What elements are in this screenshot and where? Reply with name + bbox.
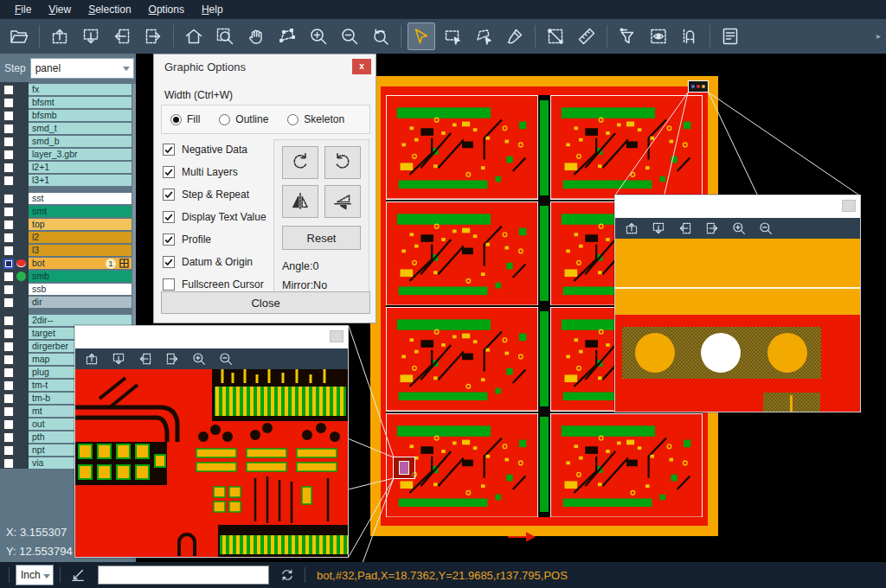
window-button[interactable] <box>330 330 343 342</box>
layer-active-indicator[interactable] <box>14 193 29 204</box>
option-datum-origin[interactable]: Datum & Origin <box>163 255 266 269</box>
layer-active-indicator[interactable] <box>14 431 29 443</box>
layer-visibility-checkbox[interactable] <box>3 85 14 95</box>
layer-active-indicator[interactable] <box>14 232 29 243</box>
layer-active-indicator[interactable] <box>14 457 29 469</box>
zoom-polygon-button[interactable] <box>273 22 301 50</box>
radio-skeleton[interactable]: Skeleton <box>287 113 344 125</box>
layer-visibility-checkbox[interactable] <box>3 207 14 217</box>
layer-row-top[interactable]: top <box>0 219 136 230</box>
zoom-out-button[interactable] <box>336 22 363 50</box>
layer-visibility-checkbox[interactable] <box>3 368 14 378</box>
layer-active-indicator[interactable] <box>14 297 29 308</box>
zoom-source-marker-top-right[interactable] <box>688 80 709 93</box>
rect-select-button[interactable] <box>439 22 466 50</box>
grid-icon[interactable] <box>119 259 129 268</box>
layer-visibility-checkbox[interactable] <box>3 316 14 326</box>
select-cursor-button[interactable] <box>408 22 435 50</box>
pcb-board-instance[interactable] <box>386 201 538 306</box>
toolbar-overflow-chevron-icon[interactable]: ▸ <box>876 31 881 41</box>
open-file-button[interactable] <box>5 22 33 50</box>
measure-button[interactable] <box>542 22 569 50</box>
layer-active-indicator[interactable] <box>14 206 29 217</box>
layer-active-indicator[interactable] <box>14 136 29 147</box>
layer-active-indicator[interactable] <box>14 110 29 121</box>
flip-horizontal-button[interactable] <box>282 185 318 218</box>
pcb-board-instance[interactable] <box>386 307 538 412</box>
move-right-button[interactable] <box>139 22 167 50</box>
layer-row-l3+1[interactable]: l3+1 <box>0 175 136 186</box>
layer-visibility-checkbox[interactable] <box>3 124 14 134</box>
filter-button[interactable] <box>613 22 641 50</box>
layer-active-indicator[interactable] <box>14 149 29 160</box>
move-left-button[interactable] <box>677 220 694 237</box>
move-left-button[interactable] <box>108 22 136 50</box>
layer-visibility-checkbox[interactable] <box>3 176 14 186</box>
layer-visibility-checkbox[interactable] <box>3 137 14 147</box>
checkbox[interactable] <box>163 211 175 223</box>
checkbox[interactable] <box>163 144 175 156</box>
layer-row-dir[interactable]: dir <box>0 297 136 308</box>
layer-row-smd_b[interactable]: smd_b <box>0 136 136 147</box>
pcb-board-instance[interactable] <box>550 413 703 518</box>
layer-visibility-checkbox[interactable] <box>3 432 14 443</box>
zoom-area-button[interactable] <box>211 22 239 50</box>
option-fullscreen-cursor[interactable]: Fullscreen Cursor <box>163 278 266 291</box>
zoom-in-button[interactable] <box>730 220 748 237</box>
menu-file[interactable]: File <box>7 2 39 17</box>
layer-row-ssb[interactable]: ssb <box>0 284 136 295</box>
command-input[interactable] <box>98 566 269 585</box>
layer-visibility-checkbox[interactable] <box>3 342 14 352</box>
pcb-board-instance[interactable] <box>550 95 703 200</box>
layer-active-indicator[interactable] <box>14 341 29 352</box>
rotate-cw-button[interactable] <box>282 146 318 179</box>
checkbox[interactable] <box>163 166 175 178</box>
magnifier-window-left[interactable] <box>74 325 349 558</box>
zoom-out-button[interactable] <box>217 350 234 368</box>
layer-active-indicator[interactable] <box>14 284 29 295</box>
ruler-button[interactable] <box>573 22 600 50</box>
move-down-button[interactable] <box>110 350 127 368</box>
close-button[interactable]: Close <box>161 291 370 314</box>
flip-vertical-button[interactable] <box>324 185 361 218</box>
checkbox[interactable] <box>163 233 175 246</box>
option-profile[interactable]: Profile <box>163 233 266 246</box>
layer-active-indicator[interactable] <box>14 162 29 173</box>
layer-visibility-checkbox[interactable] <box>3 163 14 173</box>
pan-hand-button[interactable] <box>242 22 270 50</box>
layer-active-indicator[interactable] <box>14 175 29 186</box>
layer-row-bot[interactable]: bot1 <box>0 258 136 269</box>
brush-button[interactable] <box>501 22 529 50</box>
layer-visibility-checkbox[interactable] <box>3 233 14 243</box>
layer-active-indicator[interactable] <box>14 367 29 378</box>
move-right-button[interactable] <box>703 220 721 237</box>
layer-visibility-checkbox[interactable] <box>3 246 14 256</box>
window-button[interactable] <box>842 200 856 212</box>
checkbox[interactable] <box>163 189 175 201</box>
layer-active-indicator[interactable] <box>14 97 29 108</box>
layer-active-indicator[interactable] <box>14 271 29 282</box>
layer-row-smt[interactable]: smt <box>0 206 136 217</box>
layer-visibility-checkbox[interactable] <box>3 111 14 121</box>
layer-visibility-checkbox[interactable] <box>3 194 14 204</box>
zoom-previous-button[interactable] <box>367 22 395 50</box>
layer-active-indicator[interactable] <box>14 315 29 326</box>
unit-select[interactable]: Inch <box>16 565 54 585</box>
move-up-button[interactable] <box>623 220 640 237</box>
layer-active-indicator[interactable] <box>14 258 29 269</box>
view-options-button[interactable] <box>645 22 672 50</box>
zoom-out-button[interactable] <box>757 220 774 237</box>
sync-icon[interactable] <box>279 567 295 583</box>
rotate-ccw-button[interactable] <box>324 146 361 179</box>
layer-active-indicator[interactable] <box>14 84 29 95</box>
magnifier-left-view[interactable] <box>75 369 348 557</box>
zoom-in-button[interactable] <box>305 22 332 50</box>
move-down-button[interactable] <box>77 22 105 50</box>
option-step-repeat[interactable]: Step & Repeat <box>163 188 266 201</box>
magnet-button[interactable] <box>676 22 703 50</box>
menu-selection[interactable]: Selection <box>80 2 138 17</box>
layer-row-l2+1[interactable]: l2+1 <box>0 162 136 173</box>
layer-visibility-checkbox[interactable] <box>3 220 14 230</box>
dialog-close-button[interactable]: x <box>352 59 371 74</box>
menu-help[interactable]: Help <box>194 2 231 17</box>
